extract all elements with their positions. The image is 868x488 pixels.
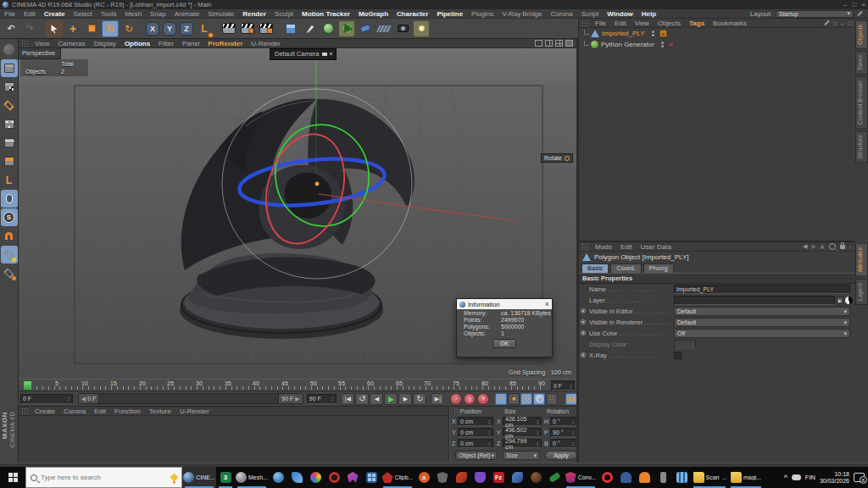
size-mode-select[interactable]: Size▾ bbox=[503, 451, 540, 460]
loop-button[interactable]: ↻ bbox=[413, 393, 426, 405]
camera-button[interactable] bbox=[394, 20, 411, 37]
vp-menu-panel[interactable]: Panel bbox=[178, 40, 203, 47]
current-frame-field[interactable]: 0 F ↕ bbox=[551, 380, 575, 391]
layer-browse-button[interactable]: ▶ bbox=[837, 297, 843, 304]
panel-drag-handle[interactable] bbox=[21, 408, 28, 414]
tab-takes[interactable]: Takes bbox=[855, 51, 868, 75]
keyframe-selection-record-button[interactable]: ? bbox=[477, 393, 489, 405]
frame-spinner[interactable]: 0 F ↕ bbox=[20, 394, 73, 404]
mat-menu-corona[interactable]: Corona bbox=[59, 408, 90, 415]
om-menu-file[interactable]: File bbox=[591, 19, 610, 27]
om-menu-edit[interactable]: Edit bbox=[610, 19, 631, 27]
history-forward-icon[interactable]: ▶ bbox=[811, 243, 815, 250]
size-z-field[interactable]: 294.799 cm↕ bbox=[503, 439, 542, 448]
taskbar-app-autodesk[interactable] bbox=[452, 467, 470, 488]
convert-selection-button[interactable] bbox=[1, 41, 18, 58]
stepper-icon[interactable]: ↕ bbox=[572, 419, 576, 424]
autokeying-button[interactable]: () bbox=[464, 393, 476, 405]
lock-z-axis-button[interactable]: Z bbox=[180, 22, 193, 36]
taskbar-app-blue[interactable] bbox=[508, 467, 526, 488]
render-settings-button[interactable] bbox=[258, 20, 275, 37]
panel-up-icon[interactable]: ↑ bbox=[849, 244, 853, 250]
use-color-select[interactable]: Off▾ bbox=[674, 329, 850, 338]
rotate-tool-button[interactable]: ↻ bbox=[102, 20, 119, 37]
rotation-b-field[interactable]: 0 °↕ bbox=[550, 439, 577, 448]
panel-drag-handle[interactable] bbox=[581, 19, 588, 26]
taskbar-app-photos[interactable] bbox=[306, 467, 325, 488]
vp-menu-prorender[interactable]: ProRender bbox=[203, 40, 247, 47]
lock-x-axis-button[interactable]: X bbox=[146, 22, 159, 36]
object-name[interactable]: Imported_PLY bbox=[602, 30, 645, 37]
tab-coord[interactable]: Coord. bbox=[610, 263, 642, 273]
panel-drag-handle[interactable] bbox=[453, 408, 460, 415]
menu-snap[interactable]: Snap bbox=[146, 10, 170, 18]
position-y-field[interactable]: 0 cm↕ bbox=[458, 428, 493, 437]
disabled-cross-icon[interactable]: × bbox=[669, 41, 673, 48]
search-input[interactable] bbox=[41, 474, 142, 481]
ok-button[interactable]: OK bbox=[492, 339, 516, 348]
vp-menu-view[interactable]: View bbox=[31, 40, 53, 47]
stepper-icon[interactable]: ↕ bbox=[537, 419, 540, 424]
timeline-ruler[interactable]: 0 5 10 15 20 25 30 35 40 45 50 55 60 65 … bbox=[19, 379, 578, 391]
stepper-icon[interactable]: ↕ bbox=[488, 441, 492, 446]
taskbar-app-brown[interactable] bbox=[526, 467, 545, 488]
split-view-icon[interactable] bbox=[545, 40, 553, 47]
menu-select[interactable]: Select bbox=[70, 10, 97, 18]
menu-mograph[interactable]: MoGraph bbox=[354, 10, 392, 18]
position-z-field[interactable]: 0 cm↕ bbox=[458, 439, 493, 448]
tab-phong[interactable]: Phong bbox=[643, 263, 674, 273]
stepper-icon[interactable]: ↕ bbox=[331, 396, 334, 402]
last-tool-button[interactable]: ↻ bbox=[120, 20, 137, 37]
menu-character[interactable]: Character bbox=[392, 10, 432, 18]
subdivision-surface-button[interactable] bbox=[320, 20, 337, 37]
tray-expand-icon[interactable]: ^ bbox=[784, 474, 787, 482]
visible-renderer-select[interactable]: Default▾ bbox=[674, 318, 850, 327]
start-button[interactable] bbox=[0, 467, 25, 488]
taskbar-app-scan-folder[interactable]: Scan_... bbox=[691, 467, 728, 488]
taskbar-app-person[interactable] bbox=[635, 467, 654, 488]
record-keyframe-button[interactable]: / bbox=[450, 393, 462, 405]
taskbar-app-capsules[interactable] bbox=[545, 467, 564, 488]
anim-track-toggle[interactable] bbox=[581, 319, 586, 324]
floor-environment-button[interactable] bbox=[376, 20, 392, 37]
xray-checkbox[interactable] bbox=[674, 352, 682, 359]
deformer-button[interactable] bbox=[357, 20, 374, 37]
lock-y-axis-button[interactable]: Y bbox=[163, 22, 176, 36]
onedrive-icon[interactable] bbox=[792, 474, 801, 480]
tab-objects[interactable]: Objects bbox=[855, 20, 868, 49]
close-button[interactable]: × bbox=[861, 1, 865, 8]
menu-file[interactable]: File bbox=[0, 10, 19, 18]
key-pla-toggle[interactable]: ∷ bbox=[546, 393, 558, 405]
visibility-toggles[interactable] bbox=[652, 30, 654, 36]
menu-script[interactable]: Script bbox=[577, 10, 603, 18]
tag-icon[interactable]: a bbox=[659, 30, 667, 37]
am-menu-userdata[interactable]: User Data bbox=[637, 243, 676, 251]
key-parameter-toggle[interactable]: P bbox=[533, 393, 545, 405]
am-menu-mode[interactable]: Mode bbox=[591, 243, 616, 251]
stepper-icon[interactable]: ↕ bbox=[537, 430, 540, 435]
preview-range-slider[interactable]: ◀ 0 F 90 F ▶ bbox=[78, 393, 303, 404]
mat-menu-function[interactable]: Function bbox=[110, 408, 145, 415]
mograph-cloner-button[interactable] bbox=[338, 20, 355, 37]
dialog-title-bar[interactable]: Information × bbox=[457, 299, 552, 309]
vp-menu-options[interactable]: Options bbox=[120, 40, 154, 47]
position-x-field[interactable]: 0 cm↕ bbox=[458, 417, 493, 426]
object-name[interactable]: Python Generator bbox=[601, 41, 654, 48]
taskbar-app-mesh[interactable]: Mesh... bbox=[235, 467, 269, 488]
stepper-icon[interactable]: ↕ bbox=[488, 419, 492, 424]
size-y-field[interactable]: 496.502 cm↕ bbox=[503, 428, 542, 437]
taskbar-app-magi-folder[interactable]: magi... bbox=[728, 467, 764, 488]
live-selection-button[interactable] bbox=[46, 20, 63, 37]
visible-editor-select[interactable]: Default▾ bbox=[674, 307, 850, 316]
stepper-icon[interactable]: ↕ bbox=[572, 441, 576, 446]
visibility-toggles[interactable] bbox=[661, 42, 664, 47]
minimize-button[interactable]: – bbox=[843, 1, 847, 8]
play-button[interactable]: ▶ bbox=[384, 393, 398, 405]
tab-content-browser[interactable]: Content Browser bbox=[855, 76, 868, 129]
taskbar-app-cinema4d[interactable]: CINE... bbox=[182, 467, 216, 488]
scale-tool-button[interactable] bbox=[83, 20, 100, 37]
key-icon[interactable] bbox=[824, 20, 829, 25]
taskbar-app-calculator[interactable] bbox=[362, 467, 381, 488]
menu-motion-tracker[interactable]: Motion Tracker bbox=[298, 10, 354, 18]
range-end-handle[interactable]: 90 F ▶ bbox=[278, 394, 302, 403]
